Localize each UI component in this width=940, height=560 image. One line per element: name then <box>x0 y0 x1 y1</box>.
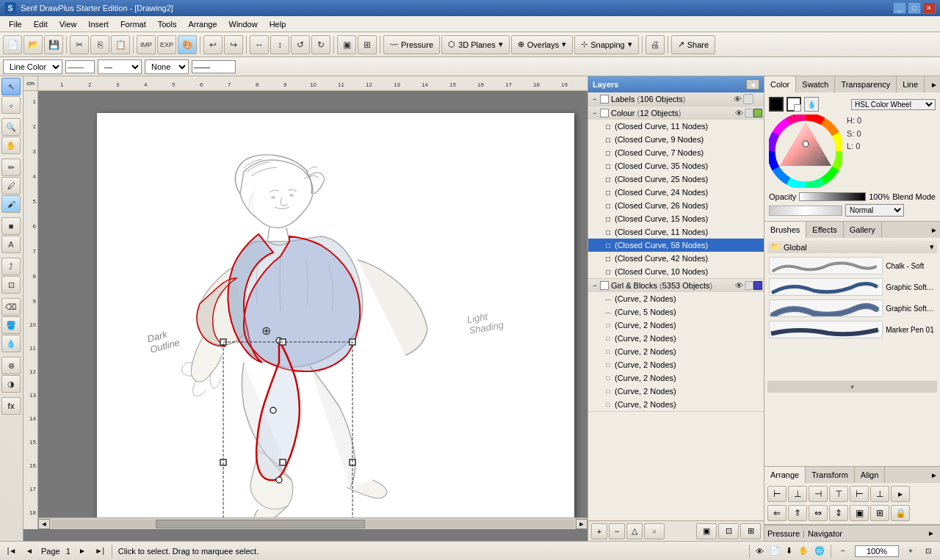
expand-colour-icon[interactable]: − <box>590 108 600 118</box>
colour-item-3[interactable]: □ (Closed Curve, 35 Nodes) <box>588 159 764 172</box>
group2-button[interactable]: ▣ <box>850 505 869 521</box>
menu-file[interactable]: File <box>3 18 28 30</box>
view2-button[interactable]: ⊡ <box>718 523 739 539</box>
colour-item-11[interactable]: □ (Closed Curve, 10 Nodes) <box>588 265 764 278</box>
hscroll-track[interactable] <box>51 520 574 528</box>
cut-button[interactable]: ✂ <box>70 35 89 54</box>
eyedrop-tool[interactable]: 💧 <box>1 335 21 352</box>
hscroll-bar[interactable]: ◄ ► <box>38 517 588 529</box>
erase-tool[interactable]: ⌫ <box>1 298 21 316</box>
rotate-r-button[interactable]: ↻ <box>311 35 330 54</box>
tab-color[interactable]: Color <box>764 76 796 92</box>
first-page-button[interactable]: |◄ <box>6 545 18 557</box>
blend-tool[interactable]: ⊗ <box>1 357 21 374</box>
brush-chalk-soft[interactable]: Chalk - Soft <box>767 256 937 275</box>
align-right-button[interactable]: ⊣ <box>809 486 828 502</box>
export-button[interactable]: EXP <box>157 35 176 54</box>
expand-girlblocks-icon[interactable]: − <box>590 280 600 291</box>
zoom-fit-button[interactable]: ⊡ <box>922 545 934 557</box>
tab-align[interactable]: Align <box>855 467 885 483</box>
new-button[interactable]: 📄 <box>3 35 22 54</box>
tab-swatch[interactable]: Swatch <box>796 76 835 92</box>
girlblocks-item-2[interactable]: □ (Curve, 2 Nodes) <box>588 319 764 332</box>
align-center-h-button[interactable]: ⊥ <box>788 486 807 502</box>
girlblocks-item-1[interactable]: — (Curve, 5 Nodes) <box>588 305 764 319</box>
save-button[interactable]: 💾 <box>44 35 63 54</box>
color-mode-select[interactable]: HSL Color Wheel <box>851 99 936 110</box>
menu-help[interactable]: Help <box>264 18 292 30</box>
space-h-button[interactable]: ⇔ <box>809 505 828 521</box>
lock2-button[interactable]: 🔒 <box>891 505 910 521</box>
expand-labels-icon[interactable]: − <box>590 94 600 104</box>
tab-gallery[interactable]: Gallery <box>844 222 882 238</box>
girlblocks-item-3[interactable]: □ (Curve, 2 Nodes) <box>588 332 764 345</box>
snapping-button[interactable]: ⊹ Snapping ▾ <box>574 35 639 54</box>
tab-effects[interactable]: Effects <box>806 222 843 238</box>
brush-marker-pen[interactable]: Marker Pen 01 <box>767 320 937 339</box>
colour-item-7[interactable]: □ (Closed Curve, 15 Nodes) <box>588 212 764 225</box>
undo-button[interactable]: ↩ <box>203 35 223 54</box>
canvas-content[interactable]: ⊕ DarkOutline LightShading LightOutlines… <box>38 91 588 529</box>
pressure-label-bottom[interactable]: Pressure <box>767 529 800 538</box>
next-page-button[interactable]: ► <box>76 545 88 557</box>
menu-arrange[interactable]: Arrange <box>182 18 223 30</box>
add-layer-button[interactable]: + <box>591 523 607 539</box>
pencil-tool[interactable]: ✏ <box>1 159 21 176</box>
align-top-button[interactable]: ⊤ <box>829 486 848 502</box>
ungroup2-button[interactable]: ⊞ <box>870 505 889 521</box>
brushes-list[interactable]: Chalk - Soft Graphic Soft Outline 03 <box>767 256 937 381</box>
more-align-button[interactable]: ▸ <box>891 486 910 502</box>
zoom-tool[interactable]: 🔍 <box>1 118 21 136</box>
tab-brushes[interactable]: Brushes <box>764 222 806 238</box>
prev-page-button[interactable]: ◄ <box>24 545 35 557</box>
zoom-level-display[interactable]: 100% <box>855 545 899 557</box>
import-button[interactable]: IMP <box>137 35 156 54</box>
paintbrush-tool[interactable]: 🖌 <box>1 195 21 213</box>
window-controls[interactable]: _ □ ✕ <box>893 2 936 14</box>
menu-format[interactable]: Format <box>115 18 152 30</box>
layers-content[interactable]: − Labels (106 Objects) 👁 − <box>588 92 764 520</box>
colour-item-0[interactable]: □ (Closed Curve, 11 Nodes) <box>588 120 764 133</box>
color-wheel[interactable] <box>769 114 842 188</box>
colour-item-8[interactable]: □ (Closed Curve, 11 Nodes) <box>588 225 764 239</box>
fill-color-swatch[interactable] <box>769 97 784 112</box>
tab-line[interactable]: Line <box>897 76 925 92</box>
maximize-button[interactable]: □ <box>908 2 921 14</box>
dist-h-button[interactable]: ⇐ <box>767 505 787 521</box>
girlblocks-item-4[interactable]: □ (Curve, 2 Nodes) <box>588 345 764 358</box>
girlblocks-item-6[interactable]: □ (Curve, 2 Nodes) <box>588 371 764 385</box>
tab-transparency[interactable]: Transparency <box>835 76 897 92</box>
connect-tool[interactable]: ⤴ <box>1 258 21 275</box>
colour-item-2[interactable]: □ (Closed Curve, 7 Nodes) <box>588 146 764 159</box>
text-tool[interactable]: A <box>1 236 21 253</box>
group-button[interactable]: ▣ <box>337 35 356 54</box>
menu-window[interactable]: Window <box>223 18 264 30</box>
open-button[interactable]: 📂 <box>24 35 43 54</box>
pan-tool[interactable]: ✋ <box>1 137 21 154</box>
menu-tools[interactable]: Tools <box>152 18 183 30</box>
options-layer-button[interactable]: ○ <box>644 523 665 539</box>
girlblocks-eye-icon[interactable]: 👁 <box>733 280 745 291</box>
line-style-select[interactable]: — - - ··· <box>98 59 142 74</box>
girlblocks-item-5[interactable]: □ (Curve, 2 Nodes) <box>588 358 764 371</box>
colour-eye-icon[interactable]: 👁 <box>733 107 745 119</box>
drawing-canvas[interactable]: ⊕ DarkOutline LightShading LightOutlines <box>97 113 574 529</box>
align-bottom-button[interactable]: ⊥ <box>870 486 889 502</box>
layer-labels-header[interactable]: − Labels (106 Objects) 👁 <box>588 92 764 106</box>
brush-category-global[interactable]: 📁 Global ▾ <box>767 241 937 253</box>
crop-tool[interactable]: ⊡ <box>1 276 21 294</box>
colour-lock-icon[interactable] <box>745 109 753 117</box>
colour-item-4[interactable]: □ (Closed Curve, 25 Nodes) <box>588 172 764 186</box>
layer-girlblocks-header[interactable]: − Girl & Blocks (5353 Objects) 👁 <box>588 279 764 292</box>
arrange-panel-expand[interactable]: ► <box>928 467 940 483</box>
opacity-slider[interactable] <box>799 192 866 201</box>
girlblocks-item-7[interactable]: □ (Curve, 2 Nodes) <box>588 385 764 398</box>
blend-slider[interactable] <box>769 206 842 216</box>
rotate-l-button[interactable]: ↺ <box>291 35 310 54</box>
end-style-select[interactable]: None <box>145 59 189 74</box>
fx-tool[interactable]: fx <box>1 397 21 415</box>
menu-edit[interactable]: Edit <box>28 18 54 30</box>
ungroup-button[interactable]: ⊞ <box>358 35 377 54</box>
paste-button[interactable]: 📋 <box>111 35 130 54</box>
right-panel-expand[interactable]: ► <box>925 528 937 539</box>
